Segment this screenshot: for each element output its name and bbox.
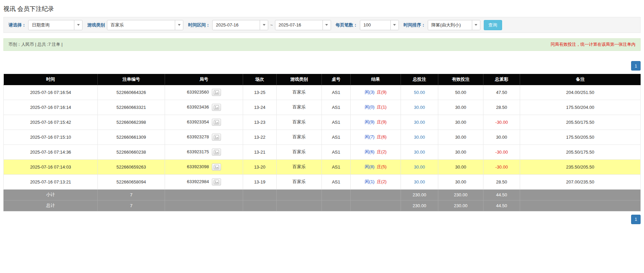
note-cell: 175.50/204.00: [520, 100, 641, 115]
bet-id-cell: 522660659263: [98, 159, 165, 174]
total-bet-cell: 30.00: [401, 115, 438, 130]
summary-notice: 同局有效投注，统一计算在该局第一张注单内: [551, 42, 636, 47]
table-row: 2025-07-16 07:16:54522660664326633923560…: [4, 85, 641, 100]
round-number: 633923560: [187, 89, 209, 94]
bet-id-cell: 522660663321: [98, 100, 165, 115]
sort-select[interactable]: 降冪(由大到小): [428, 20, 480, 30]
time-cell: 2025-07-16 07:13:21: [4, 174, 98, 189]
round-media-button[interactable]: [212, 149, 221, 156]
time-cell: 2025-07-16 07:16:54: [4, 85, 98, 100]
per-page-select[interactable]: 100: [360, 20, 399, 30]
column-header: 结果: [351, 74, 401, 85]
banker-result: 庄(1): [377, 104, 387, 110]
summary-cell: [165, 189, 243, 200]
sort-value: 降冪(由大到小): [428, 20, 472, 30]
valid-bet-cell: 30.00: [438, 100, 483, 115]
summary-cell: 7: [98, 200, 165, 211]
query-type-value: 日期查询: [29, 20, 74, 30]
game-type-cell: 百家乐: [277, 130, 322, 144]
page: 视讯 会员下注纪录 请选择： 日期查询 游戏类别 百家乐 时间区间： 2025-…: [0, 0, 644, 224]
round-number: 633923436: [187, 104, 209, 109]
round-number: 633923175: [187, 149, 209, 154]
date-from-picker[interactable]: 2025-07-16: [212, 20, 268, 30]
round-media-button[interactable]: [212, 119, 221, 126]
media-preview-icon: [214, 90, 219, 95]
column-header: 场次: [243, 74, 277, 85]
valid-bet-cell: 30.00: [438, 174, 483, 189]
payout-cell: 28.50: [483, 100, 520, 115]
total-bet-cell: 30.00: [401, 144, 438, 159]
table-row: 2025-07-16 07:16:14522660663321633923436…: [4, 100, 641, 115]
result-cell: 闲(1) 庄(2): [351, 174, 401, 189]
chevron-down-icon[interactable]: [390, 20, 399, 30]
summary-cell: 7: [98, 189, 165, 200]
player-result: 闲(8): [365, 164, 374, 169]
game-type-cell: 百家乐: [277, 159, 322, 174]
round-media-button[interactable]: [212, 163, 221, 171]
chevron-down-icon[interactable]: [472, 20, 480, 30]
summary-cell: 44.50: [483, 189, 520, 200]
chevron-down-icon[interactable]: [323, 20, 331, 30]
total-bet-link[interactable]: 30.00: [414, 164, 425, 170]
note-cell: 205.50/175.50: [520, 115, 641, 130]
time-range-label: 时间区间：: [188, 22, 210, 28]
summary-cell: [165, 200, 243, 211]
player-result: 闲(7): [365, 134, 374, 139]
game-type-select[interactable]: 百家乐: [107, 20, 183, 30]
total-bet-cell: 30.00: [401, 100, 438, 115]
total-bet-link[interactable]: 30.00: [414, 150, 425, 155]
chevron-down-icon[interactable]: [74, 20, 82, 30]
total-bet-link[interactable]: 30.00: [414, 179, 425, 184]
game-type-cell: 百家乐: [277, 115, 322, 130]
total-bet-link[interactable]: 30.00: [414, 105, 425, 110]
note-cell: 204.00/251.50: [520, 85, 641, 100]
round-cell: 633923436: [165, 100, 243, 115]
round-media-button[interactable]: [212, 178, 221, 186]
query-type-select[interactable]: 日期查询: [28, 20, 82, 30]
banker-result: 庄(9): [377, 90, 387, 95]
total-bet-link[interactable]: 30.00: [414, 135, 425, 140]
note-cell: 235.50/205.50: [520, 159, 641, 174]
game-type-cell: 百家乐: [277, 100, 322, 115]
game-type-cell: 百家乐: [277, 144, 322, 159]
table-row: 2025-07-16 07:15:42522660662398633923354…: [4, 115, 641, 130]
valid-bet-cell: 30.00: [438, 115, 483, 130]
filter-bar: 请选择： 日期查询 游戏类别 百家乐 时间区间： 2025-07-16 ~ 20…: [3, 17, 641, 33]
page-button[interactable]: 1: [631, 215, 641, 224]
table-no-cell: AS1: [322, 100, 351, 115]
time-cell: 2025-07-16 07:16:14: [4, 100, 98, 115]
total-bet-link[interactable]: 30.00: [414, 120, 425, 125]
chevron-down-icon[interactable]: [260, 20, 268, 30]
chevron-down-icon[interactable]: [175, 20, 183, 30]
round-media-button[interactable]: [212, 89, 221, 96]
round-media-button[interactable]: [212, 104, 221, 111]
game-type-value: 百家乐: [107, 20, 175, 30]
table-row: 2025-07-16 07:13:21522660658094633922984…: [4, 174, 641, 189]
range-separator: ~: [270, 22, 273, 27]
game-type-cell: 百家乐: [277, 174, 322, 189]
page-title: 视讯 会员下注纪录: [0, 0, 644, 16]
media-preview-icon: [214, 105, 219, 110]
total-bet-link[interactable]: 50.00: [414, 90, 425, 95]
date-to-picker[interactable]: 2025-07-16: [275, 20, 331, 30]
column-header: 局号: [165, 74, 243, 85]
banker-result: 庄(2): [377, 179, 387, 184]
search-button[interactable]: 查询: [484, 20, 502, 30]
round-media-button[interactable]: [212, 134, 221, 141]
valid-bet-cell: 30.00: [438, 159, 483, 174]
session-cell: 13-20: [243, 159, 277, 174]
payout-cell: 47.50: [483, 85, 520, 100]
bet-records-table-wrap: 时间注单编号局号场次游戏类别桌号结果总投注有效投注总派彩备注 2025-07-1…: [3, 74, 641, 211]
banker-result: 庄(6): [377, 134, 387, 139]
payout-cell: 30.00: [483, 130, 520, 144]
date-from-value: 2025-07-16: [213, 20, 260, 30]
summary-cell: 230.00: [438, 200, 483, 211]
total-bet-cell: 30.00: [401, 174, 438, 189]
payout-cell: 28.50: [483, 174, 520, 189]
session-cell: 13-24: [243, 100, 277, 115]
bet-id-cell: 522660661309: [98, 130, 165, 144]
page-button[interactable]: 1: [631, 61, 641, 71]
payout-cell: -30.00: [483, 144, 520, 159]
summary-cell: 小计: [4, 189, 98, 200]
time-cell: 2025-07-16 07:15:10: [4, 130, 98, 144]
